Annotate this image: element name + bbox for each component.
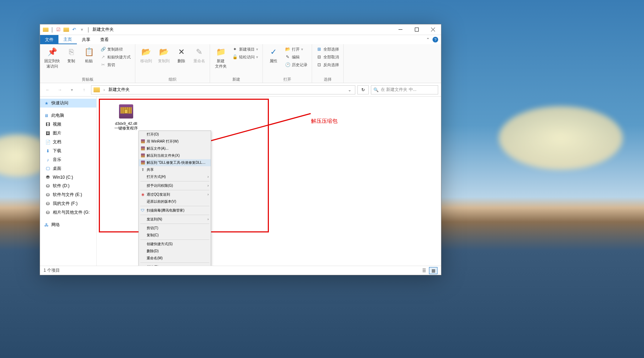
copy-path-button[interactable]: 🔗复制路径	[99, 46, 132, 53]
star-icon: ★	[44, 100, 49, 106]
copy-icon: ⎘	[66, 46, 77, 58]
rename-icon: ✎	[193, 46, 205, 58]
ctx-grant-access[interactable]: 授予访问权限(G)›	[139, 182, 211, 189]
close-button[interactable]	[425, 24, 441, 35]
ctx-separator	[140, 239, 209, 240]
ctx-prev-version[interactable]: 还原以前的版本(V)	[139, 198, 211, 205]
cut-button[interactable]: ✂剪切	[99, 61, 132, 68]
sidebar-item-network[interactable]: 🖧网络	[40, 220, 96, 229]
shield-icon: 🛡	[140, 208, 145, 213]
chevron-right-icon: ›	[208, 217, 209, 221]
scissors-icon: ✂	[100, 62, 106, 68]
folder-icon: 📁	[215, 46, 226, 58]
sidebar-item-downloads[interactable]: ⬇下载	[40, 146, 96, 155]
ctx-rename[interactable]: 重命名(M)	[139, 255, 211, 262]
up-button[interactable]: ↑	[79, 85, 89, 95]
dropdown-icon[interactable]: ▾	[78, 26, 85, 33]
ctx-copy[interactable]: 复制(C)	[139, 232, 211, 239]
tab-share[interactable]: 共享	[77, 35, 95, 44]
sidebar-item-softfile-e[interactable]: ⛁软件与文件 (E:)	[40, 190, 96, 199]
address-field[interactable]: › 新建文件夹 ⌄	[91, 85, 355, 94]
search-input[interactable]: 🔍 在 新建文件夹 中...	[371, 85, 438, 94]
new-folder-button[interactable]: 📁新建 文件夹	[213, 46, 228, 70]
file-item-rar[interactable]: d3dx9_42.dll 一键修复程序	[107, 103, 146, 131]
pin-to-quick-access-button[interactable]: 📌固定到快 速访问	[43, 46, 61, 70]
folder-icon[interactable]	[63, 26, 70, 33]
tab-file[interactable]: 文件	[40, 35, 58, 44]
open-icon: 📂	[285, 46, 290, 52]
help-icon[interactable]: ?	[433, 37, 438, 42]
paste-shortcut-button[interactable]: ↗粘贴快捷方式	[99, 53, 132, 60]
rename-button[interactable]: ✎重命名	[191, 46, 207, 64]
collapse-ribbon-icon[interactable]: ⌃	[426, 37, 430, 42]
ctx-scan[interactable]: 🛡扫描病毒(腾讯电脑管家)	[139, 207, 211, 214]
ctx-create-shortcut[interactable]: 创建快捷方式(S)	[139, 241, 211, 248]
properties-button[interactable]: ✓属性	[266, 46, 281, 64]
ctx-extract-files[interactable]: 解压文件(A)...	[139, 145, 211, 152]
sidebar-item-win10-c[interactable]: ⛃Win10 (C:)	[40, 173, 96, 181]
undo-icon[interactable]: ↶	[70, 26, 78, 33]
view-icons-button[interactable]: ▦	[429, 267, 437, 274]
copy-button[interactable]: ⎘复制	[63, 46, 79, 64]
ctx-open-with[interactable]: 打开方式(H)›	[139, 173, 211, 180]
ctx-extract-to[interactable]: 解压到 "DLL修复工具-快速修复DLL丢失文件\"(E)	[139, 159, 211, 166]
rar-icon	[140, 146, 145, 151]
ctx-send-to[interactable]: 发送到(N)›	[139, 216, 211, 223]
chevron-down-icon[interactable]: ⌄	[346, 87, 353, 92]
group-organize-label: 组织	[138, 76, 207, 82]
sidebar-item-this-pc[interactable]: 🖥此电脑	[40, 111, 96, 120]
ctx-qq-send[interactable]: ◉通过QQ发送到›	[139, 191, 211, 198]
delete-button[interactable]: ✕删除	[174, 46, 189, 64]
open-button[interactable]: 📂打开 ▾	[283, 46, 309, 53]
rar-icon	[140, 153, 145, 158]
ctx-properties[interactable]: 属性(R)	[139, 264, 211, 266]
shortcut-icon: ↗	[100, 54, 106, 60]
ctx-cut[interactable]: 剪切(T)	[139, 225, 211, 232]
document-icon: 📄	[45, 139, 51, 145]
easy-access-button[interactable]: 🔓轻松访问 ▾	[231, 53, 260, 60]
search-placeholder: 在 新建文件夹 中...	[381, 87, 417, 93]
breadcrumb[interactable]: 新建文件夹	[108, 87, 130, 93]
ctx-delete[interactable]: 删除(D)	[139, 248, 211, 255]
sidebar-item-videos[interactable]: 🎞视频	[40, 120, 96, 129]
new-item-button[interactable]: ✦新建项目 ▾	[231, 46, 260, 53]
view-details-button[interactable]: ☰	[420, 267, 428, 274]
annotation-text: 解压压缩包	[311, 118, 338, 125]
ctx-winrar-open[interactable]: 用 WinRAR 打开(W)	[139, 138, 211, 145]
select-all-button[interactable]: ⊞全部选择	[315, 46, 340, 53]
sidebar-item-software-d[interactable]: ⛁软件 (D:)	[40, 181, 96, 190]
folder-icon	[94, 87, 100, 92]
copy-to-button[interactable]: 📂复制到	[156, 46, 171, 64]
paste-button[interactable]: 📋粘贴	[81, 46, 97, 64]
tab-view[interactable]: 查看	[95, 35, 114, 44]
sidebar-item-pictures[interactable]: 🖼图片	[40, 129, 96, 138]
minimize-button[interactable]	[392, 24, 408, 35]
history-button[interactable]: 🕐历史记录	[283, 61, 309, 68]
forward-button[interactable]: →	[55, 85, 65, 95]
edit-button[interactable]: ✎编辑	[283, 53, 309, 60]
ctx-share[interactable]: ⇪共享	[139, 166, 211, 173]
invert-selection-button[interactable]: ⊡反向选择	[315, 61, 340, 68]
move-to-button[interactable]: 📂移动到	[138, 46, 154, 64]
sidebar-item-desktop[interactable]: 🖵桌面	[40, 164, 96, 173]
checkbox-icon[interactable]: ☑	[55, 26, 62, 33]
sidebar-item-photos-g[interactable]: ⛁相片与其他文件 (G:	[40, 208, 96, 217]
tab-home[interactable]: 主页	[58, 35, 77, 44]
maximize-button[interactable]	[408, 24, 425, 35]
sidebar-item-documents[interactable]: 📄文档	[40, 138, 96, 146]
drive-icon: ⛁	[45, 192, 51, 198]
group-select-label: 选择	[315, 76, 340, 82]
ctx-open[interactable]: 打开(O)	[139, 131, 211, 138]
newitem-icon: ✦	[232, 46, 238, 52]
chevron-right-icon: ›	[208, 192, 209, 196]
recent-button[interactable]: ▾	[67, 85, 77, 95]
sidebar-item-music[interactable]: ♪音乐	[40, 155, 96, 164]
back-button[interactable]: ←	[43, 85, 53, 95]
ctx-extract-here[interactable]: 解压到当前文件夹(X)	[139, 152, 211, 159]
sidebar-item-quick-access[interactable]: ★快速访问	[40, 99, 96, 108]
sidebar-item-myfiles-f[interactable]: ⛁我的文件 (F:)	[40, 199, 96, 208]
easyaccess-icon: 🔓	[232, 54, 238, 60]
refresh-button[interactable]: ↻	[357, 85, 369, 94]
select-none-button[interactable]: ⊟全部取消	[315, 53, 340, 60]
content-pane[interactable]: d3dx9_42.dll 一键修复程序 解压压缩包 打开(O) 用 WinRAR…	[97, 97, 441, 266]
